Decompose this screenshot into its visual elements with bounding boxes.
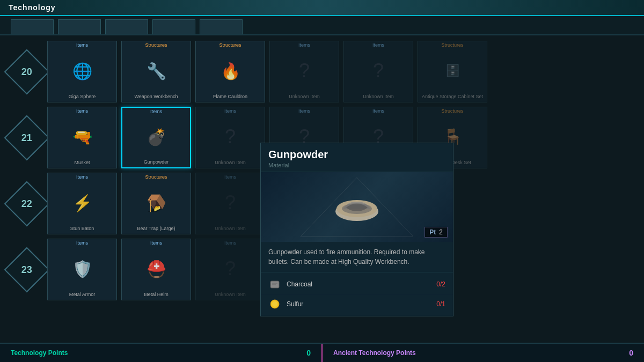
card-label: Metal Armor [48, 291, 116, 300]
ingredient-charcoal: Charcoal 0/2 [261, 275, 453, 294]
card-icon: 🪤 [122, 181, 191, 225]
card-label: Unknown Item [344, 93, 413, 102]
tab-3[interactable] [105, 19, 148, 34]
tech-points-section: Technology Points 0 [0, 344, 321, 362]
card-type-label: Structures [196, 41, 265, 49]
item-unknown-6[interactable]: Items ? Unknown Item [195, 173, 265, 234]
window-title: Technology [9, 3, 56, 12]
item-popup: Gunpowder Material Pt 2 Gunp [260, 143, 453, 316]
card-icon: ⚡ [48, 181, 116, 225]
level-21-diamond: 21 [4, 115, 50, 160]
card-icon: 🛡️ [48, 247, 116, 291]
card-icon: 🌐 [48, 49, 116, 93]
card-icon: ? [344, 49, 413, 93]
ancient-points-value: 0 [629, 349, 633, 357]
level-23-label: 23 [21, 264, 32, 275]
item-unknown-2[interactable]: Items ? Unknown Item [343, 41, 413, 102]
tab-1[interactable] [11, 19, 54, 34]
item-flame-cauldron[interactable]: Structures 🔥 Flame Cauldron [195, 41, 265, 102]
tech-points-value: 0 [306, 349, 311, 357]
card-label: Unknown Item [196, 291, 265, 300]
card-type-label: Items [270, 41, 339, 49]
card-type-label: Structures [122, 173, 191, 181]
card-label: Metal Helm [122, 291, 191, 300]
svg-point-8 [272, 301, 277, 307]
card-icon: 🔫 [48, 115, 116, 159]
item-metal-armor[interactable]: Items 🛡️ Metal Armor [47, 239, 117, 300]
card-type-label: Items [196, 173, 265, 181]
item-metal-helm[interactable]: Items ⛑️ Metal Helm [121, 239, 191, 300]
sulfur-count: 0/1 [436, 300, 445, 308]
card-type-label: Items [48, 41, 116, 49]
popup-pt-badge: Pt 2 [425, 227, 448, 238]
tab-2[interactable] [58, 19, 101, 34]
level-21-label: 21 [21, 132, 32, 143]
card-type-label: Items [196, 239, 265, 247]
ingredient-sulfur: Sulfur 0/1 [261, 294, 453, 314]
card-type-label: Items [48, 173, 116, 181]
card-icon: ⛑️ [122, 247, 191, 291]
level-20-label: 20 [21, 66, 32, 77]
card-icon: 🗄️ [418, 49, 487, 93]
charcoal-name: Charcoal [287, 280, 431, 288]
pt-label: Pt [429, 228, 436, 236]
pt-value: 2 [439, 228, 443, 236]
card-label: Giga Sphere [48, 93, 116, 102]
card-label: Weapon Workbench [122, 93, 191, 102]
popup-header: Gunpowder Material [261, 143, 453, 172]
card-type-label: Items [122, 239, 191, 247]
popup-image: Pt 2 [261, 172, 453, 242]
tab-5[interactable] [200, 19, 243, 34]
card-label: Antique Storage Cabinet Set [418, 93, 487, 102]
card-type-label: Items [122, 108, 190, 115]
tab-4[interactable] [152, 19, 195, 34]
card-label: Unknown Item [196, 159, 265, 168]
card-type-label: Structures [418, 41, 487, 49]
card-label: Unknown Item [196, 225, 265, 234]
item-gunpowder[interactable]: Items 💣 Gunpowder [121, 107, 191, 168]
card-type-label: Structures [122, 41, 191, 49]
item-bear-trap[interactable]: Structures 🪤 Bear Trap (Large) [121, 173, 191, 234]
level-22-diamond: 22 [4, 181, 50, 226]
tech-row-20: 20 Items 🌐 Giga Sphere Structures 🔧 Weap… [11, 41, 633, 102]
item-weapon-workbench[interactable]: Structures 🔧 Weapon Workbench [121, 41, 191, 102]
level-20-diamond: 20 [4, 49, 50, 94]
tab-bar [0, 16, 644, 35]
gunpowder-image-icon [333, 182, 381, 232]
card-label: Musket [48, 159, 116, 168]
popup-description: Gunpowder used to fire ammunition. Requi… [261, 242, 453, 272]
sulfur-name: Sulfur [287, 300, 431, 308]
card-type-label: Items [48, 239, 116, 247]
item-musket[interactable]: Items 🔫 Musket [47, 107, 117, 168]
card-icon: ? [196, 247, 265, 291]
card-label: Stun Baton [48, 225, 116, 234]
bottom-bar: Technology Points 0 Ancient Technology P… [0, 343, 644, 362]
item-giga-sphere[interactable]: Items 🌐 Giga Sphere [47, 41, 117, 102]
card-label: Unknown Item [270, 93, 339, 102]
item-unknown-1[interactable]: Items ? Unknown Item [269, 41, 339, 102]
card-icon: ? [196, 115, 265, 159]
card-icon: 🔧 [122, 49, 191, 93]
sulfur-icon [268, 298, 281, 311]
card-icon: ? [196, 181, 265, 225]
level-23-diamond: 23 [4, 247, 50, 292]
level-22-label: 22 [21, 198, 32, 209]
item-unknown-3[interactable]: Items ? Unknown Item [195, 107, 265, 168]
card-type-label: Items [48, 107, 116, 115]
card-label: Gunpowder [122, 158, 190, 167]
card-icon: ? [270, 49, 339, 93]
card-icon: 💣 [122, 115, 190, 158]
tech-points-label: Technology Points [11, 349, 68, 357]
charcoal-icon [268, 278, 281, 291]
ancient-points-section: Ancient Technology Points 0 [321, 344, 644, 362]
charcoal-count: 0/2 [436, 280, 445, 288]
card-type-label: Items [270, 107, 339, 115]
item-antique-storage[interactable]: Structures 🗄️ Antique Storage Cabinet Se… [418, 41, 487, 102]
ancient-points-label: Ancient Technology Points [333, 349, 416, 357]
item-stun-baton[interactable]: Items ⚡ Stun Baton [47, 173, 117, 234]
popup-subtitle: Material [268, 162, 445, 168]
item-unknown-7[interactable]: Items ? Unknown Item [195, 239, 265, 300]
card-label: Flame Cauldron [196, 93, 265, 102]
popup-ingredients: Charcoal 0/2 Sulfur 0/1 [261, 272, 453, 316]
title-bar: Technology [0, 0, 644, 16]
